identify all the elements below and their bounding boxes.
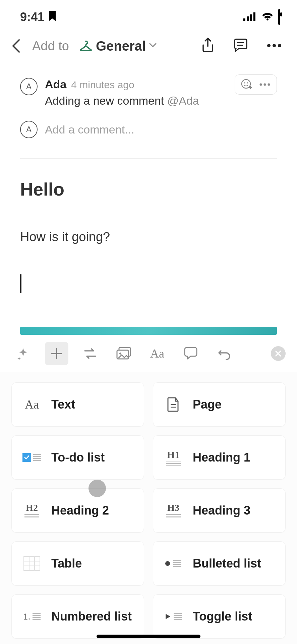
svg-point-6 [267, 44, 271, 47]
more-options-button[interactable] [267, 43, 282, 49]
page-title[interactable]: Hello [20, 179, 277, 200]
battery-icon [278, 10, 280, 24]
svg-point-8 [278, 44, 281, 47]
svg-rect-2 [250, 14, 252, 21]
block-table[interactable]: Table [11, 541, 144, 586]
undo-button[interactable] [213, 342, 236, 365]
svg-point-11 [247, 82, 248, 84]
comments-button[interactable] [233, 39, 248, 53]
editor-toolbar: Aa [0, 335, 297, 372]
svg-point-7 [273, 44, 276, 47]
table-icon [22, 555, 42, 572]
h1-icon: H1 [163, 449, 183, 466]
breadcrumb[interactable]: General [79, 39, 157, 54]
block-label: To-do list [51, 450, 105, 465]
touch-indicator [88, 480, 106, 497]
bookmark-icon [48, 10, 56, 24]
svg-point-17 [119, 353, 121, 355]
numbered-list-icon: 1. [22, 608, 42, 625]
status-time: 9:41 [20, 10, 44, 24]
svg-rect-0 [243, 18, 245, 21]
comment-text: Adding a new comment @Ada [45, 94, 277, 107]
add-reaction-button[interactable] [241, 78, 252, 91]
wifi-icon [261, 10, 274, 24]
chevron-down-icon [149, 43, 157, 49]
h3-icon: H3 [163, 502, 183, 519]
text-cursor [20, 274, 21, 293]
paragraph[interactable]: How is it going? [20, 230, 277, 244]
svg-rect-3 [253, 12, 255, 21]
block-heading-2[interactable]: H2 Heading 2 [11, 488, 144, 533]
svg-rect-20 [24, 556, 40, 571]
block-label: Page [193, 397, 222, 412]
block-page[interactable]: Page [153, 382, 286, 427]
ai-sparkle-button[interactable] [11, 342, 35, 365]
svg-point-10 [244, 82, 245, 84]
block-label: Text [51, 397, 75, 412]
avatar: A [20, 78, 38, 95]
comment-section: A Ada 4 minutes ago Adding a new comment… [0, 64, 297, 138]
bulleted-list-icon [163, 555, 183, 572]
cell-signal-icon [243, 10, 257, 24]
svg-point-12 [260, 84, 262, 86]
comment-input-placeholder[interactable]: Add a comment... [45, 123, 134, 136]
h2-icon: H2 [22, 502, 42, 519]
comment-more-button[interactable] [259, 82, 271, 88]
hanger-icon [79, 39, 93, 53]
block-todo[interactable]: To-do list [11, 435, 144, 480]
block-label: Toggle list [193, 609, 252, 624]
mention[interactable]: @Ada [167, 94, 199, 107]
block-label: Heading 3 [193, 503, 250, 518]
block-label: Numbered list [51, 609, 132, 624]
image-button[interactable] [112, 342, 135, 365]
back-button[interactable] [10, 38, 21, 54]
svg-point-14 [268, 84, 270, 86]
block-picker: Aa Text Page To-do list [0, 372, 297, 644]
toggle-list-icon [163, 608, 183, 625]
add-comment-row[interactable]: A Add a comment... [20, 121, 277, 138]
svg-point-9 [242, 79, 250, 88]
block-toggle-list[interactable]: Toggle list [153, 594, 286, 639]
block-heading-1[interactable]: H1 Heading 1 [153, 435, 286, 480]
block-label: Heading 1 [193, 450, 250, 465]
comment-item: A Ada 4 minutes ago Adding a new comment… [20, 78, 277, 107]
commenter-name: Ada [45, 78, 66, 91]
page-header: Add to General [0, 31, 297, 64]
comment-button[interactable] [179, 342, 202, 365]
block-numbered-list[interactable]: 1. Numbered list [11, 594, 144, 639]
share-button[interactable] [201, 38, 215, 54]
svg-point-13 [264, 84, 266, 86]
page-icon [163, 396, 183, 413]
add-block-button[interactable] [45, 342, 68, 365]
image-block[interactable] [20, 327, 277, 335]
add-to-label[interactable]: Add to [32, 39, 69, 53]
close-toolbar-button[interactable] [271, 346, 286, 361]
document-body[interactable]: Hello How is it going? [0, 159, 297, 293]
block-heading-3[interactable]: H3 Heading 3 [153, 488, 286, 533]
svg-rect-1 [247, 16, 249, 21]
comment-actions [235, 74, 277, 95]
home-indicator [97, 635, 200, 638]
turn-into-button[interactable] [78, 342, 102, 365]
text-icon: Aa [22, 396, 42, 413]
block-label: Heading 2 [51, 503, 109, 518]
todo-icon [22, 449, 42, 466]
separator [256, 345, 256, 362]
breadcrumb-label: General [96, 39, 146, 54]
text-format-button[interactable]: Aa [145, 342, 169, 365]
block-bulleted-list[interactable]: Bulleted list [153, 541, 286, 586]
block-text[interactable]: Aa Text [11, 382, 144, 427]
block-label: Bulleted list [193, 556, 261, 571]
block-label: Table [51, 556, 82, 571]
comment-timestamp: 4 minutes ago [71, 79, 134, 91]
status-bar: 9:41 [0, 0, 297, 31]
avatar: A [20, 121, 38, 138]
